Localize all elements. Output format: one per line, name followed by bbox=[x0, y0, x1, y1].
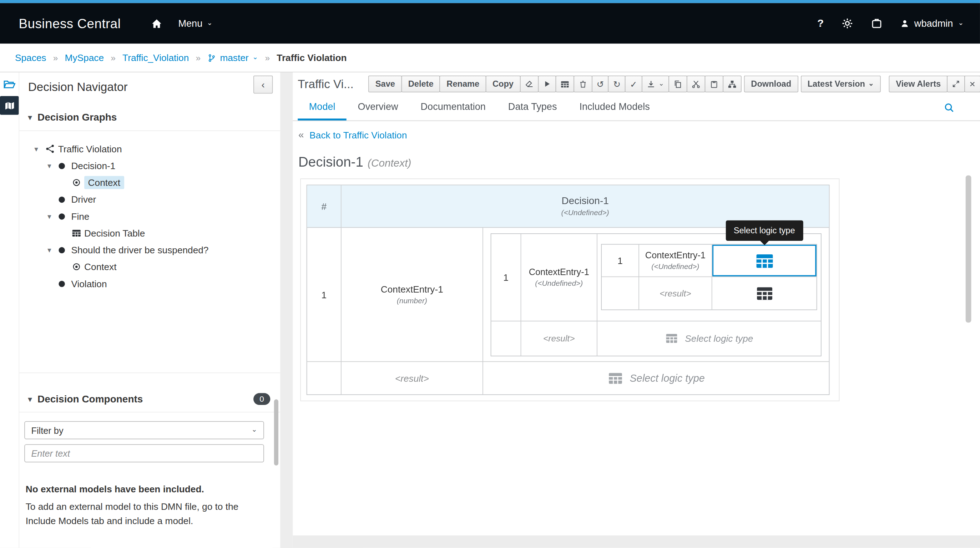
empty-cell[interactable] bbox=[307, 362, 342, 394]
back-to-link[interactable]: Back to Traffic Violation bbox=[309, 130, 407, 140]
filter-by-select[interactable]: Filter by ⌄ bbox=[24, 421, 264, 440]
grid-button[interactable] bbox=[555, 76, 574, 92]
breadcrumb-project[interactable]: Traffic_Violation bbox=[123, 52, 189, 63]
entry-expression-cell: 1 ContextEntry-1 (<Undefined>) bbox=[483, 228, 829, 362]
help-icon[interactable]: ? bbox=[817, 17, 824, 30]
tab-overview[interactable]: Overview bbox=[347, 95, 409, 121]
redo-button[interactable]: ↻ bbox=[608, 76, 625, 92]
home-button[interactable] bbox=[151, 18, 162, 29]
tree-item-decision-table[interactable]: Decision Table bbox=[19, 225, 280, 241]
apps-icon[interactable] bbox=[870, 17, 882, 29]
latest-version-dropdown[interactable]: Latest Version ⌄ bbox=[800, 76, 881, 92]
tree-item-traffic-violation[interactable]: ▾ Traffic Violation bbox=[19, 141, 280, 157]
tree-item-decision-1[interactable]: ▾ Decision-1 bbox=[19, 157, 280, 174]
graph-icon bbox=[46, 144, 55, 153]
empty-cell[interactable] bbox=[491, 321, 521, 355]
search-icon[interactable] bbox=[943, 102, 954, 113]
entry-name-cell[interactable]: ContextEntry-1 (<Undefined>) bbox=[639, 245, 712, 277]
save-button[interactable]: Save bbox=[369, 76, 402, 92]
tab-documentation[interactable]: Documentation bbox=[409, 95, 497, 121]
eraser-icon bbox=[525, 79, 533, 88]
caret-down-icon: ⌄ bbox=[958, 19, 964, 26]
context-table-inner: 1 ContextEntry-1 (<Undefined>) bbox=[601, 244, 817, 310]
breadcrumb-spaces[interactable]: Spaces bbox=[15, 52, 46, 63]
project-explorer-icon[interactable] bbox=[3, 78, 16, 91]
entry-name-cell[interactable]: ContextEntry-1 (<Undefined>) bbox=[521, 233, 597, 321]
tree-item-should-driver-be-suspended[interactable]: ▾ Should the driver be suspended? bbox=[19, 241, 280, 258]
copy-button[interactable]: Copy bbox=[486, 76, 521, 92]
row-number-cell[interactable]: 1 bbox=[307, 228, 342, 362]
branch-selector[interactable]: master ⌄ bbox=[207, 52, 258, 63]
redo-icon: ↻ bbox=[613, 79, 620, 89]
decision-graphs-label: Decision Graphs bbox=[37, 112, 117, 123]
empty-cell[interactable] bbox=[602, 277, 639, 310]
masthead: Business Central Menu ⌄ ? wbadmin ⌄ bbox=[0, 3, 980, 44]
select-logic-cell[interactable]: Select logic type bbox=[483, 362, 829, 394]
menu-dropdown[interactable]: Menu ⌄ bbox=[178, 18, 212, 29]
tree-item-fine[interactable]: ▾ Fine bbox=[19, 208, 280, 224]
decision-components-label: Decision Components bbox=[37, 394, 143, 405]
logic-cell[interactable] bbox=[712, 277, 816, 310]
clear-button[interactable] bbox=[520, 76, 538, 92]
row-number-cell[interactable]: 1 bbox=[602, 245, 639, 277]
select-logic-cell[interactable]: Select logic type bbox=[597, 321, 821, 355]
editor-panel: Traffic Vi... Save Delete Rename Copy ↺ … bbox=[293, 72, 980, 548]
copy-item-button[interactable] bbox=[668, 76, 687, 92]
clipboard-icon bbox=[710, 79, 718, 88]
decision-graphs-section-header[interactable]: ▾ Decision Graphs bbox=[19, 101, 280, 131]
breadcrumb-current: Traffic Violation bbox=[277, 52, 347, 63]
view-alerts-button[interactable]: View Alerts bbox=[889, 76, 948, 92]
caret-down-icon[interactable]: ▾ bbox=[48, 245, 59, 254]
caret-down-icon[interactable]: ▾ bbox=[48, 212, 59, 221]
row-number-cell[interactable]: 1 bbox=[491, 233, 521, 321]
editor-scrollbar[interactable] bbox=[966, 175, 971, 322]
delete-item-button[interactable] bbox=[574, 76, 592, 92]
result-cell[interactable]: <result> bbox=[521, 321, 597, 355]
hash-header-cell[interactable]: # bbox=[307, 185, 342, 228]
top-accent-strip bbox=[0, 0, 980, 3]
export-dropdown-button[interactable]: ⌄ bbox=[642, 76, 669, 92]
layout-button[interactable] bbox=[723, 76, 741, 92]
result-cell[interactable]: <result> bbox=[342, 362, 483, 394]
tab-model[interactable]: Model bbox=[298, 95, 347, 121]
expression-kind: (Context) bbox=[368, 157, 411, 170]
navigator-scrollbar[interactable] bbox=[274, 399, 278, 465]
tab-data-types[interactable]: Data Types bbox=[497, 95, 568, 121]
collapse-panel-button[interactable]: ‹ bbox=[253, 76, 273, 94]
caret-down-icon: ⌄ bbox=[659, 80, 664, 87]
logic-cell-selected[interactable]: Select logic type bbox=[712, 245, 816, 277]
filter-by-label: Filter by bbox=[31, 425, 63, 435]
user-menu[interactable]: wbadmin ⌄ bbox=[900, 18, 964, 29]
expression-heading: Decision-1 (Context) bbox=[298, 154, 980, 170]
breadcrumb-myspace[interactable]: MySpace bbox=[65, 52, 104, 63]
run-button[interactable] bbox=[538, 76, 556, 92]
tree-item-context-selected[interactable]: Context bbox=[19, 174, 280, 191]
decision-node-icon bbox=[59, 163, 65, 169]
undo-button[interactable]: ↺ bbox=[592, 76, 609, 92]
result-cell[interactable]: <result> bbox=[639, 277, 712, 310]
close-icon: × bbox=[970, 78, 975, 89]
caret-down-icon[interactable]: ▾ bbox=[48, 161, 59, 170]
decision-table-icon bbox=[72, 228, 81, 238]
component-search-input[interactable] bbox=[24, 444, 264, 462]
masthead-right: ? wbadmin ⌄ bbox=[817, 17, 964, 30]
gear-icon[interactable] bbox=[841, 17, 853, 29]
validate-button[interactable]: ✓ bbox=[625, 76, 643, 92]
delete-button[interactable]: Delete bbox=[401, 76, 440, 92]
cut-button[interactable] bbox=[687, 76, 705, 92]
entry-name-cell[interactable]: ContextEntry-1 (number) bbox=[342, 228, 483, 362]
tab-included-models[interactable]: Included Models bbox=[568, 95, 661, 121]
tree-item-context[interactable]: Context bbox=[19, 258, 280, 275]
fullscreen-button[interactable] bbox=[947, 76, 966, 92]
decision-navigator-panel: Decision Navigator ‹ ▾ Decision Graphs ▾… bbox=[19, 72, 280, 548]
decision-node-icon bbox=[59, 280, 65, 286]
tree-item-violation[interactable]: Violation bbox=[19, 275, 280, 292]
close-editor-button[interactable]: × bbox=[965, 76, 980, 92]
paste-button[interactable] bbox=[705, 76, 724, 92]
decision-navigator-toggle[interactable] bbox=[0, 96, 19, 114]
caret-down-icon[interactable]: ▾ bbox=[34, 145, 45, 153]
rename-button[interactable]: Rename bbox=[440, 76, 486, 92]
decision-components-section-header[interactable]: ▾ Decision Components 0 bbox=[19, 393, 280, 413]
download-button[interactable]: Download bbox=[744, 76, 798, 92]
tree-item-driver[interactable]: Driver bbox=[19, 191, 280, 208]
